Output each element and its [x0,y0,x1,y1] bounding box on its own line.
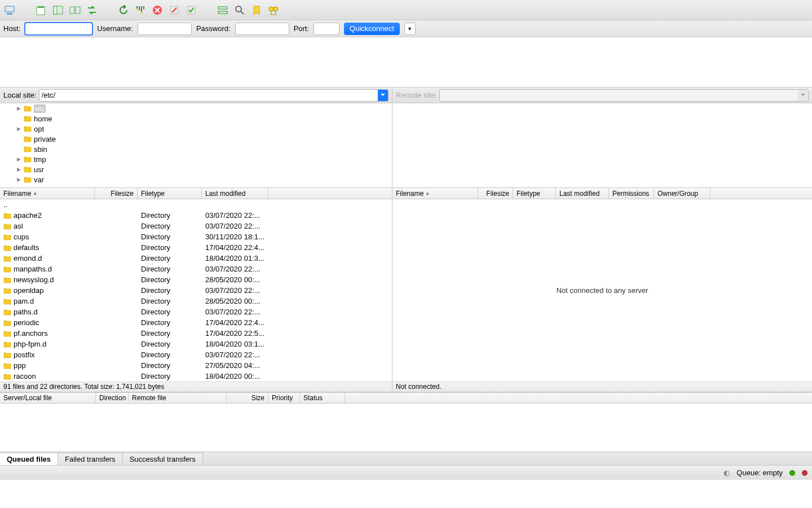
remote-file-list: Not connected to any server [392,199,812,382]
svg-rect-0 [5,6,14,12]
col-filesize[interactable]: Filesize [478,188,513,199]
svg-rect-5 [70,7,74,14]
host-input[interactable] [25,23,92,35]
file-row[interactable]: defaultsDirectory17/04/2020 22:4... [0,242,392,253]
search-remote-icon[interactable] [233,4,246,16]
new-tab-icon[interactable] [35,4,47,16]
chevron-down-icon[interactable] [798,90,808,101]
file-row[interactable]: manpaths.dDirectory03/07/2020 22:... [0,264,392,274]
status-bar: ◐ Queue: empty [0,465,812,480]
tab-failed[interactable]: Failed transfers [58,453,123,465]
file-row[interactable]: racoonDirectory18/04/2020 00:... [0,371,392,382]
file-row[interactable]: periodicDirectory17/04/2020 22:4... [0,317,392,328]
svg-point-8 [140,12,143,14]
port-input[interactable] [314,23,339,35]
svg-point-15 [269,7,273,11]
tree-item[interactable]: ▶etc [0,103,392,113]
find-icon[interactable] [267,4,280,16]
chevron-down-icon[interactable] [378,90,388,101]
col-direction[interactable]: Direction [96,393,129,403]
message-log [0,37,812,87]
file-row[interactable]: cupsDirectory30/11/2020 18:1... [0,231,392,242]
col-owner[interactable]: Owner/Group [654,188,710,199]
file-row[interactable]: pppDirectory27/05/2020 04:... [0,360,392,371]
username-label: Username: [97,24,133,33]
tree-item[interactable]: ▶opt [0,124,392,134]
col-filetype[interactable]: Filetype [513,188,556,199]
local-status: 91 files and 22 directories. Total size:… [0,382,392,392]
cancel-icon[interactable] [151,4,164,16]
file-row[interactable]: aslDirectory03/07/2020 22:... [0,221,392,231]
svg-point-14 [236,6,241,12]
file-row[interactable]: pam.dDirectory28/05/2020 00:... [0,296,392,306]
sync-browse-icon[interactable] [69,4,81,16]
local-tree[interactable]: ▶etchome▶optprivatesbin▶tmp▶usr▶var [0,103,392,188]
file-row[interactable]: emond.dDirectory18/04/2020 01:3... [0,253,392,264]
local-site-label: Local site: [3,91,37,99]
svg-rect-12 [218,7,227,9]
remote-pane: Remote site: Filename Filesize Filetype … [392,87,812,392]
local-site-combo[interactable] [39,89,389,102]
username-input[interactable] [138,23,192,35]
queue-header: Server/Local file Direction Remote file … [0,392,812,404]
col-priority[interactable]: Priority [268,393,300,403]
tab-successful[interactable]: Successful transfers [122,453,203,465]
col-permissions[interactable]: Permissions [609,188,654,199]
col-size[interactable]: Size [227,393,268,403]
file-row[interactable]: pf.anchorsDirectory17/04/2020 22:5... [0,328,392,339]
col-remotefile[interactable]: Remote file [129,393,227,403]
file-row[interactable]: apache2Directory03/07/2020 22:... [0,210,392,221]
tab-queued[interactable]: Queued files [0,453,58,465]
col-lastmod[interactable]: Last modified [556,188,609,199]
svg-rect-2 [37,7,45,15]
tree-item[interactable]: sbin [0,144,392,154]
svg-rect-13 [218,11,227,14]
remote-site-label: Remote site: [396,91,437,99]
file-row[interactable]: newsyslog.dDirectory28/05/2020 00:... [0,274,392,285]
filter-icon[interactable] [134,4,147,16]
col-filesize[interactable]: Filesize [95,188,138,199]
file-row[interactable]: .. [0,199,392,210]
file-row[interactable]: postfixDirectory03/07/2020 22:... [0,349,392,360]
process-queue-icon[interactable] [217,4,229,16]
remote-list-header: Filename Filesize Filetype Last modified… [392,188,812,199]
sitemanager-icon[interactable] [3,4,16,16]
tree-item[interactable]: ▶usr [0,164,392,174]
col-status[interactable]: Status [300,393,345,403]
local-file-list[interactable]: ..apache2Directory03/07/2020 22:...aslDi… [0,199,392,382]
compare-icon[interactable] [86,4,98,16]
col-filename[interactable]: Filename [392,188,478,199]
not-connected-message: Not connected to any server [392,199,812,382]
local-pane: Local site: ▶etchome▶optprivatesbin▶tmp▶… [0,87,392,392]
tree-item[interactable]: home [0,113,392,124]
tree-item[interactable]: private [0,134,392,144]
help-icon[interactable]: ◐ [723,468,730,477]
bookmark-icon[interactable] [250,4,263,16]
col-filetype[interactable]: Filetype [138,188,202,199]
col-serverfile[interactable]: Server/Local file [0,393,96,403]
file-row[interactable]: php-fpm.dDirectory18/04/2020 03:1... [0,339,392,349]
disconnect-icon[interactable] [168,4,180,16]
svg-rect-1 [7,13,12,15]
local-list-header: Filename Filesize Filetype Last modified [0,188,392,199]
col-lastmod[interactable]: Last modified [202,188,268,199]
activity-led-down [789,470,795,476]
file-row[interactable]: openldapDirectory03/07/2020 22:... [0,285,392,296]
tree-item[interactable]: ▶tmp [0,154,392,164]
quickconnect-button[interactable]: Quickconnect [344,23,400,35]
col-filename[interactable]: Filename [0,188,95,199]
remote-site-combo[interactable] [439,89,809,102]
quickconnect-history-button[interactable]: ▾ [404,23,416,35]
activity-led-up [802,470,807,476]
refresh-icon[interactable] [117,4,130,16]
port-label: Port: [294,24,309,33]
toggle-tree-icon[interactable] [52,4,64,16]
remote-site-input [440,90,798,101]
queue-tabs: Queued files Failed transfers Successful… [0,452,812,465]
reconnect-icon[interactable] [185,4,197,16]
tree-item[interactable]: ▶var [0,174,392,185]
password-input[interactable] [235,23,289,35]
queue-status: Queue: empty [736,468,783,477]
local-site-input[interactable] [39,90,378,101]
file-row[interactable]: paths.dDirectory03/07/2020 22:... [0,306,392,317]
